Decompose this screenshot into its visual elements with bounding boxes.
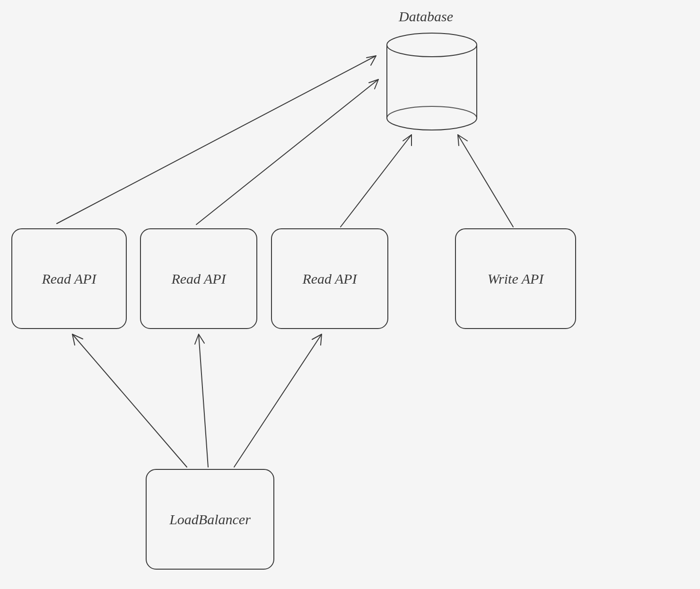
arrow-read3-to-db [341,135,411,227]
svg-line-5 [341,135,411,227]
svg-line-6 [458,135,513,227]
arrow-lb-to-read1 [72,334,187,467]
svg-line-3 [57,56,376,224]
node-write-api: Write API [455,228,576,329]
node-read-api-2: Read API [140,228,257,329]
database-icon [387,33,477,130]
node-label: Read API [171,271,226,287]
svg-point-0 [387,33,477,57]
node-label: Write API [488,271,544,287]
svg-line-4 [196,79,378,225]
node-label: Read API [42,271,96,287]
svg-line-9 [234,334,322,467]
arrow-read2-to-db [196,79,378,225]
arrow-lb-to-read3 [234,334,322,467]
arrow-read1-to-db [57,56,376,224]
arrow-lb-to-read2 [195,334,208,467]
node-read-api-3: Read API [271,228,388,329]
arrow-write-to-db [458,135,513,227]
svg-line-8 [199,334,208,467]
node-label: LoadBalancer [169,511,251,528]
node-label: Read API [302,271,357,287]
database-label: Database [399,9,453,25]
node-load-balancer: LoadBalancer [146,469,274,570]
node-read-api-1: Read API [11,228,127,329]
svg-line-7 [72,334,187,467]
